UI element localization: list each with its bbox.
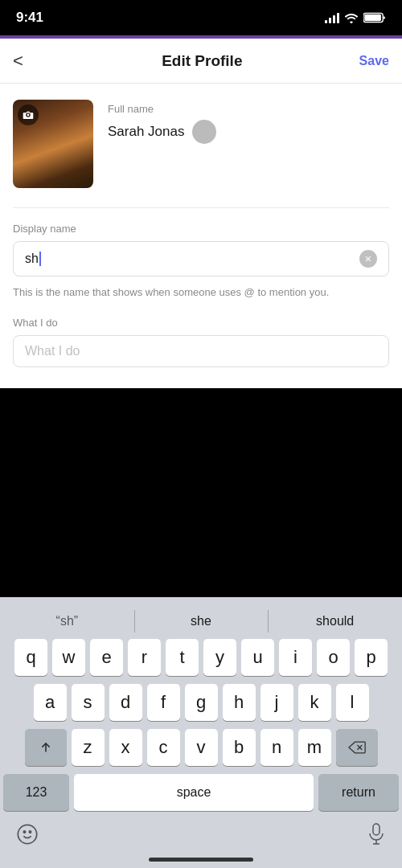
- nav-bar: < Edit Profile Save: [0, 39, 402, 84]
- divider: [13, 207, 389, 208]
- key-r[interactable]: r: [128, 639, 161, 676]
- emoji-mic-row: [0, 816, 402, 854]
- display-name-input-row[interactable]: sh: [13, 241, 389, 276]
- home-indicator-wrapper: [0, 854, 402, 868]
- key-v[interactable]: v: [185, 729, 218, 766]
- key-j[interactable]: j: [260, 684, 293, 721]
- clear-button[interactable]: [359, 250, 377, 268]
- profile-section: Full name Sarah Jonas: [13, 100, 389, 188]
- space-key[interactable]: space: [74, 774, 314, 811]
- home-indicator: [149, 858, 253, 862]
- key-w[interactable]: w: [52, 639, 85, 676]
- key-t[interactable]: t: [166, 639, 199, 676]
- what-i-do-label: What I do: [13, 317, 389, 329]
- key-d[interactable]: d: [109, 684, 142, 721]
- svg-point-7: [29, 831, 31, 833]
- full-name-section: Full name Sarah Jonas: [108, 100, 389, 144]
- key-n[interactable]: n: [260, 729, 293, 766]
- svg-rect-1: [364, 14, 381, 21]
- full-name-value: Sarah Jonas: [108, 124, 184, 140]
- full-name-label: Full name: [108, 103, 389, 115]
- edit-profile-content: Full name Sarah Jonas Display name sh Th…: [0, 84, 402, 388]
- suggestion-should[interactable]: should: [268, 604, 402, 639]
- svg-rect-8: [373, 824, 379, 835]
- what-i-do-section: What I do What I do: [13, 317, 389, 367]
- keyboard-rows: q w e r t y u i o p a s d f g h j k l: [0, 639, 402, 766]
- key-e[interactable]: e: [90, 639, 123, 676]
- key-row-2: a s d f g h j k l: [3, 684, 399, 721]
- display-name-label: Display name: [13, 223, 389, 235]
- key-z[interactable]: z: [72, 729, 105, 766]
- numbers-key[interactable]: 123: [3, 774, 69, 811]
- microphone-icon[interactable]: [367, 823, 386, 845]
- key-p[interactable]: p: [355, 639, 388, 676]
- key-a[interactable]: a: [34, 684, 67, 721]
- key-q[interactable]: q: [14, 639, 47, 676]
- key-f[interactable]: f: [147, 684, 180, 721]
- suggestions-bar: “sh” she should: [0, 604, 402, 639]
- svg-point-5: [18, 825, 36, 843]
- bottom-key-row: 123 space return: [0, 774, 402, 811]
- save-button[interactable]: Save: [359, 54, 389, 68]
- key-o[interactable]: o: [317, 639, 350, 676]
- wifi-icon: [344, 12, 359, 23]
- what-i-do-input[interactable]: What I do: [13, 335, 389, 367]
- key-row-1: q w e r t y u i o p: [3, 639, 399, 676]
- key-g[interactable]: g: [185, 684, 218, 721]
- key-y[interactable]: y: [203, 639, 236, 676]
- battery-icon: [363, 12, 386, 23]
- display-name-section: Display name sh This is the name that sh…: [13, 223, 389, 301]
- delete-key[interactable]: [336, 729, 378, 766]
- verified-dot: [192, 120, 216, 144]
- full-name-row: Sarah Jonas: [108, 120, 389, 144]
- suggestion-sh[interactable]: “sh”: [0, 604, 134, 639]
- status-time: 9:41: [16, 10, 43, 26]
- camera-icon: [18, 104, 39, 125]
- key-u[interactable]: u: [241, 639, 274, 676]
- avatar-wrapper[interactable]: [13, 100, 93, 188]
- signal-icon: [325, 12, 339, 23]
- display-name-input[interactable]: sh: [25, 252, 359, 267]
- cursor: [39, 252, 41, 266]
- emoji-icon[interactable]: [16, 823, 39, 845]
- key-k[interactable]: k: [298, 684, 331, 721]
- key-i[interactable]: i: [279, 639, 312, 676]
- shift-key[interactable]: [25, 729, 67, 766]
- display-name-hint: This is the name that shows when someone…: [13, 285, 389, 301]
- key-m[interactable]: m: [298, 729, 331, 766]
- status-icons: [325, 12, 386, 23]
- page-title: Edit Profile: [162, 52, 242, 70]
- key-b[interactable]: b: [223, 729, 256, 766]
- key-h[interactable]: h: [223, 684, 256, 721]
- suggestion-she[interactable]: she: [134, 604, 269, 639]
- key-x[interactable]: x: [109, 729, 142, 766]
- key-s[interactable]: s: [72, 684, 105, 721]
- svg-point-6: [23, 831, 25, 833]
- key-l[interactable]: l: [336, 684, 369, 721]
- key-c[interactable]: c: [147, 729, 180, 766]
- status-bar: 9:41: [0, 0, 402, 35]
- key-row-3: z x c v b n m: [3, 729, 399, 766]
- back-button[interactable]: <: [13, 51, 45, 72]
- return-key[interactable]: return: [318, 774, 399, 811]
- keyboard: “sh” she should q w e r t y u i o p a s …: [0, 597, 402, 868]
